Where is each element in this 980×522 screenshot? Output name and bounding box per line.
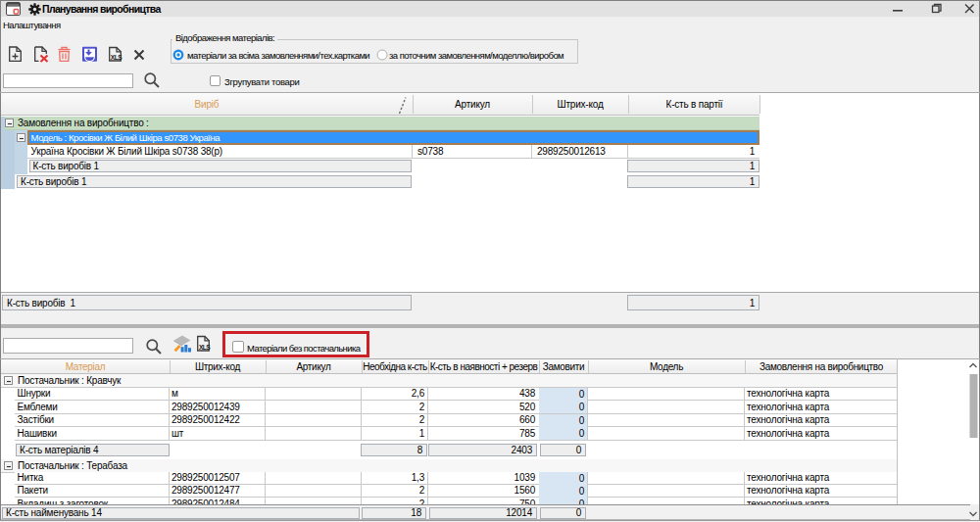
svg-text:XLS: XLS bbox=[111, 54, 122, 61]
svg-text:XLS: XLS bbox=[199, 344, 211, 351]
